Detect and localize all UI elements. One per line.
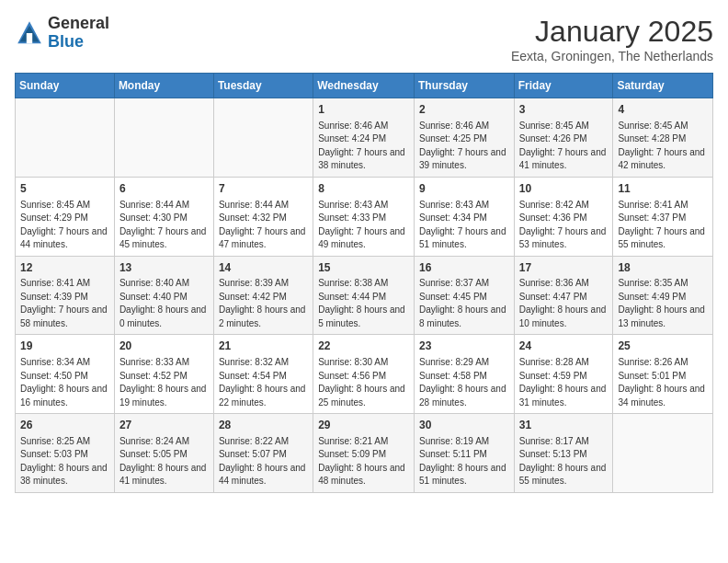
- calendar-cell: 16Sunrise: 8:37 AM Sunset: 4:45 PM Dayli…: [414, 256, 514, 335]
- day-content: Sunrise: 8:42 AM Sunset: 4:36 PM Dayligh…: [519, 199, 609, 252]
- day-content: Sunrise: 8:41 AM Sunset: 4:37 PM Dayligh…: [618, 199, 708, 252]
- day-number: 19: [20, 339, 109, 354]
- calendar-cell: [613, 414, 713, 493]
- calendar-cell: 31Sunrise: 8:17 AM Sunset: 5:13 PM Dayli…: [514, 414, 613, 493]
- day-number: 23: [419, 339, 509, 354]
- weekday-header-wednesday: Wednesday: [313, 74, 415, 98]
- calendar-cell: 27Sunrise: 8:24 AM Sunset: 5:05 PM Dayli…: [114, 414, 213, 493]
- calendar-cell: 30Sunrise: 8:19 AM Sunset: 5:11 PM Dayli…: [414, 414, 514, 493]
- title-block: January 2025 Eexta, Groningen, The Nethe…: [511, 15, 713, 63]
- day-number: 21: [219, 339, 308, 354]
- day-content: Sunrise: 8:46 AM Sunset: 4:24 PM Dayligh…: [318, 120, 409, 173]
- calendar-cell: 18Sunrise: 8:35 AM Sunset: 4:49 PM Dayli…: [613, 256, 713, 335]
- calendar-header: SundayMondayTuesdayWednesdayThursdayFrid…: [16, 74, 713, 98]
- day-content: Sunrise: 8:32 AM Sunset: 4:54 PM Dayligh…: [219, 356, 308, 409]
- day-number: 29: [318, 418, 409, 433]
- calendar-cell: 22Sunrise: 8:30 AM Sunset: 4:56 PM Dayli…: [313, 335, 415, 414]
- day-content: Sunrise: 8:17 AM Sunset: 5:13 PM Dayligh…: [519, 435, 609, 488]
- day-number: 1: [318, 102, 409, 118]
- svg-rect-2: [27, 33, 32, 43]
- day-number: 25: [618, 339, 708, 354]
- calendar-cell: 20Sunrise: 8:33 AM Sunset: 4:52 PM Dayli…: [114, 335, 213, 414]
- day-number: 10: [519, 181, 609, 197]
- weekday-header-tuesday: Tuesday: [213, 74, 313, 98]
- day-number: 17: [519, 260, 609, 276]
- day-content: Sunrise: 8:43 AM Sunset: 4:33 PM Dayligh…: [318, 199, 409, 252]
- calendar-cell: 13Sunrise: 8:40 AM Sunset: 4:40 PM Dayli…: [114, 256, 213, 335]
- day-content: Sunrise: 8:44 AM Sunset: 4:32 PM Dayligh…: [219, 199, 308, 252]
- calendar-cell: 11Sunrise: 8:41 AM Sunset: 4:37 PM Dayli…: [613, 177, 713, 256]
- calendar-cell: 17Sunrise: 8:36 AM Sunset: 4:47 PM Dayli…: [514, 256, 613, 335]
- calendar-cell: 6Sunrise: 8:44 AM Sunset: 4:30 PM Daylig…: [114, 177, 213, 256]
- day-content: Sunrise: 8:41 AM Sunset: 4:39 PM Dayligh…: [20, 277, 109, 330]
- day-number: 12: [20, 260, 109, 276]
- day-number: 26: [20, 418, 109, 433]
- calendar-cell: 7Sunrise: 8:44 AM Sunset: 4:32 PM Daylig…: [213, 177, 313, 256]
- calendar-cell: 24Sunrise: 8:28 AM Sunset: 4:59 PM Dayli…: [514, 335, 613, 414]
- calendar-cell: 28Sunrise: 8:22 AM Sunset: 5:07 PM Dayli…: [213, 414, 313, 493]
- calendar-cell: 10Sunrise: 8:42 AM Sunset: 4:36 PM Dayli…: [514, 177, 613, 256]
- calendar-cell: [16, 98, 115, 178]
- day-number: 8: [318, 181, 409, 197]
- day-number: 24: [519, 339, 609, 354]
- weekday-header-row: SundayMondayTuesdayWednesdayThursdayFrid…: [16, 74, 713, 98]
- calendar-week-row: 26Sunrise: 8:25 AM Sunset: 5:03 PM Dayli…: [16, 414, 713, 493]
- calendar-cell: 8Sunrise: 8:43 AM Sunset: 4:33 PM Daylig…: [313, 177, 415, 256]
- logo: General Blue: [15, 15, 109, 52]
- weekday-header-saturday: Saturday: [613, 74, 713, 98]
- weekday-header-sunday: Sunday: [16, 74, 115, 98]
- page-header: General Blue January 2025 Eexta, Groning…: [15, 15, 713, 63]
- day-content: Sunrise: 8:26 AM Sunset: 5:01 PM Dayligh…: [618, 356, 708, 409]
- day-content: Sunrise: 8:46 AM Sunset: 4:25 PM Dayligh…: [419, 120, 509, 173]
- weekday-header-monday: Monday: [114, 74, 213, 98]
- calendar-cell: 3Sunrise: 8:45 AM Sunset: 4:26 PM Daylig…: [514, 98, 613, 178]
- day-content: Sunrise: 8:38 AM Sunset: 4:44 PM Dayligh…: [318, 277, 409, 330]
- calendar-cell: 4Sunrise: 8:45 AM Sunset: 4:28 PM Daylig…: [613, 98, 713, 178]
- day-content: Sunrise: 8:44 AM Sunset: 4:30 PM Dayligh…: [119, 199, 209, 252]
- logo-blue: Blue: [48, 33, 109, 52]
- day-number: 15: [318, 260, 409, 276]
- day-number: 16: [419, 260, 509, 276]
- day-content: Sunrise: 8:45 AM Sunset: 4:29 PM Dayligh…: [20, 199, 109, 252]
- calendar-cell: 26Sunrise: 8:25 AM Sunset: 5:03 PM Dayli…: [16, 414, 115, 493]
- calendar-cell: 25Sunrise: 8:26 AM Sunset: 5:01 PM Dayli…: [613, 335, 713, 414]
- day-content: Sunrise: 8:35 AM Sunset: 4:49 PM Dayligh…: [618, 277, 708, 330]
- day-content: Sunrise: 8:22 AM Sunset: 5:07 PM Dayligh…: [219, 435, 308, 488]
- day-content: Sunrise: 8:29 AM Sunset: 4:58 PM Dayligh…: [419, 356, 509, 409]
- day-number: 6: [119, 181, 209, 197]
- day-content: Sunrise: 8:19 AM Sunset: 5:11 PM Dayligh…: [419, 435, 509, 488]
- day-number: 9: [419, 181, 509, 197]
- calendar-cell: 23Sunrise: 8:29 AM Sunset: 4:58 PM Dayli…: [414, 335, 514, 414]
- calendar-cell: 5Sunrise: 8:45 AM Sunset: 4:29 PM Daylig…: [16, 177, 115, 256]
- calendar-cell: 14Sunrise: 8:39 AM Sunset: 4:42 PM Dayli…: [213, 256, 313, 335]
- logo-general: General: [48, 15, 109, 33]
- day-number: 30: [419, 418, 509, 433]
- day-number: 28: [219, 418, 308, 433]
- day-content: Sunrise: 8:33 AM Sunset: 4:52 PM Dayligh…: [119, 356, 209, 409]
- day-number: 31: [519, 418, 609, 433]
- location-title: Eexta, Groningen, The Netherlands: [511, 49, 713, 63]
- day-content: Sunrise: 8:40 AM Sunset: 4:40 PM Dayligh…: [119, 277, 209, 330]
- day-content: Sunrise: 8:36 AM Sunset: 4:47 PM Dayligh…: [519, 277, 609, 330]
- day-number: 7: [219, 181, 308, 197]
- day-number: 2: [419, 102, 509, 118]
- calendar-week-row: 5Sunrise: 8:45 AM Sunset: 4:29 PM Daylig…: [16, 177, 713, 256]
- calendar-cell: 9Sunrise: 8:43 AM Sunset: 4:34 PM Daylig…: [414, 177, 514, 256]
- calendar-week-row: 19Sunrise: 8:34 AM Sunset: 4:50 PM Dayli…: [16, 335, 713, 414]
- day-content: Sunrise: 8:21 AM Sunset: 5:09 PM Dayligh…: [318, 435, 409, 488]
- calendar-cell: 29Sunrise: 8:21 AM Sunset: 5:09 PM Dayli…: [313, 414, 415, 493]
- calendar-week-row: 1Sunrise: 8:46 AM Sunset: 4:24 PM Daylig…: [16, 98, 713, 178]
- logo-text: General Blue: [48, 15, 109, 52]
- day-content: Sunrise: 8:28 AM Sunset: 4:59 PM Dayligh…: [519, 356, 609, 409]
- day-number: 4: [618, 102, 708, 118]
- weekday-header-friday: Friday: [514, 74, 613, 98]
- calendar-cell: [213, 98, 313, 178]
- calendar-cell: 12Sunrise: 8:41 AM Sunset: 4:39 PM Dayli…: [16, 256, 115, 335]
- calendar-cell: 19Sunrise: 8:34 AM Sunset: 4:50 PM Dayli…: [16, 335, 115, 414]
- day-content: Sunrise: 8:30 AM Sunset: 4:56 PM Dayligh…: [318, 356, 409, 409]
- calendar-week-row: 12Sunrise: 8:41 AM Sunset: 4:39 PM Dayli…: [16, 256, 713, 335]
- day-number: 20: [119, 339, 209, 354]
- day-number: 5: [20, 181, 109, 197]
- month-title: January 2025: [511, 15, 713, 49]
- logo-icon: [15, 18, 44, 48]
